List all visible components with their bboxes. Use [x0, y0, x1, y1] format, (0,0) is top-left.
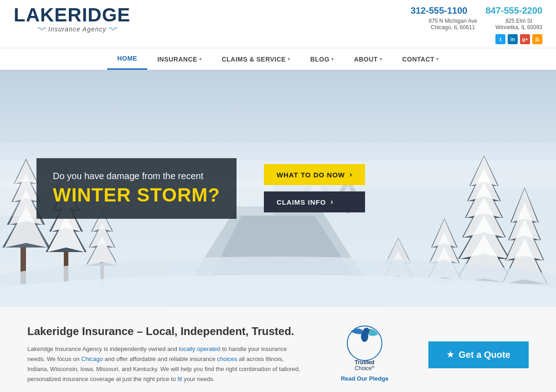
nav-contact[interactable]: CONTACT ▾: [392, 48, 448, 70]
get-quote-label: Get a Quote: [458, 350, 510, 360]
what-to-do-label: WHAT TO DO NOW: [277, 171, 345, 179]
claims-info-arrow-icon: ›: [330, 198, 333, 206]
svg-text:Choice®: Choice®: [355, 365, 374, 371]
main-nav: HOME INSURANCE ▾ CLAIMS & SERVICE ▾ BLOG…: [0, 48, 556, 70]
linkedin-icon[interactable]: in: [508, 34, 518, 44]
read-our-pledge-link[interactable]: Read Our Pledge: [341, 375, 389, 382]
logo-wave-right-icon: [108, 26, 118, 32]
hero-section: Do you have damage from the recent WINTE…: [0, 70, 556, 307]
svg-point-80: [363, 328, 370, 334]
about-chevron-icon: ▾: [380, 57, 382, 62]
phone-chicago[interactable]: 312-555-1100: [411, 5, 468, 16]
contact-info: 312-555-1100 847-555-2200 875 N Michigan…: [411, 5, 542, 44]
logo-wave-left-icon: [37, 26, 46, 32]
insurance-chevron-icon: ▾: [199, 57, 202, 62]
hero-buttons: WHAT TO DO NOW › CLAIMS INFO ›: [264, 164, 365, 212]
trusted-choice-block: Trusted Choice® Read Our Pledge: [328, 325, 401, 382]
bottom-section: Lakeridge Insurance – Local, Independent…: [0, 307, 556, 392]
company-paragraph: Lakeridge Insurance Agency is independen…: [27, 344, 301, 384]
hero-content: Do you have damage from the recent WINTE…: [0, 70, 556, 307]
twitter-icon[interactable]: t: [495, 34, 505, 44]
header: LAKERIDGE Insurance Agency 312-555-1100 …: [0, 0, 556, 48]
logo[interactable]: LAKERIDGE Insurance Agency: [14, 5, 130, 33]
nav-claims-service[interactable]: CLAIMS & SERVICE ▾: [211, 48, 300, 70]
googleplus-icon[interactable]: g+: [520, 34, 530, 44]
fit-link[interactable]: fit: [178, 376, 182, 382]
nav-blog[interactable]: BLOG ▾: [300, 48, 344, 70]
logo-name: LAKERIDGE: [14, 5, 130, 25]
trusted-choice-badge: Trusted Choice®: [335, 325, 394, 371]
nav-insurance[interactable]: INSURANCE ▾: [147, 48, 211, 70]
contact-chevron-icon: ▾: [436, 57, 439, 62]
company-description: Lakeridge Insurance – Local, Independent…: [27, 325, 301, 384]
choices-link[interactable]: choices: [217, 356, 237, 362]
hero-title: WINTER STORM?: [53, 184, 220, 206]
svg-point-0: [535, 40, 536, 41]
rss-icon[interactable]: [532, 34, 542, 44]
star-icon: ★: [447, 350, 454, 360]
phone-winnetka[interactable]: 847-555-2200: [485, 5, 542, 16]
svg-text:Trusted: Trusted: [355, 359, 374, 366]
phone-numbers: 312-555-1100 847-555-2200: [411, 5, 542, 16]
claims-info-label: CLAIMS INFO: [277, 198, 326, 206]
nav-about[interactable]: ABOUT ▾: [344, 48, 392, 70]
claims-info-button[interactable]: CLAIMS INFO ›: [264, 191, 365, 212]
hero-subtitle: Do you have damage from the recent: [53, 171, 220, 181]
addresses: 875 N Michigan Ave Chicago, IL 60611 825…: [411, 18, 542, 31]
address-winnetka: 825 Elm St Winnetka, IL 60093: [495, 18, 542, 31]
blog-chevron-icon: ▾: [331, 57, 334, 62]
what-to-do-arrow-icon: ›: [350, 170, 352, 179]
nav-home[interactable]: HOME: [107, 48, 147, 70]
rss-symbol-icon: [535, 37, 540, 42]
company-heading: Lakeridge Insurance – Local, Independent…: [27, 325, 301, 338]
social-links: t in g+: [411, 34, 542, 44]
locally-link[interactable]: locally operated: [179, 346, 220, 352]
what-to-do-button[interactable]: WHAT TO DO NOW ›: [264, 164, 365, 185]
get-quote-button[interactable]: ★ Get a Quote: [428, 341, 529, 368]
chicago-link[interactable]: Chicago: [81, 356, 103, 362]
trusted-choice-svg: Trusted Choice®: [335, 325, 394, 371]
claims-chevron-icon: ▾: [288, 57, 290, 62]
logo-subtitle: Insurance Agency: [48, 26, 107, 33]
address-chicago: 875 N Michigan Ave Chicago, IL 60611: [429, 18, 478, 31]
hero-text-box: Do you have damage from the recent WINTE…: [36, 158, 237, 219]
